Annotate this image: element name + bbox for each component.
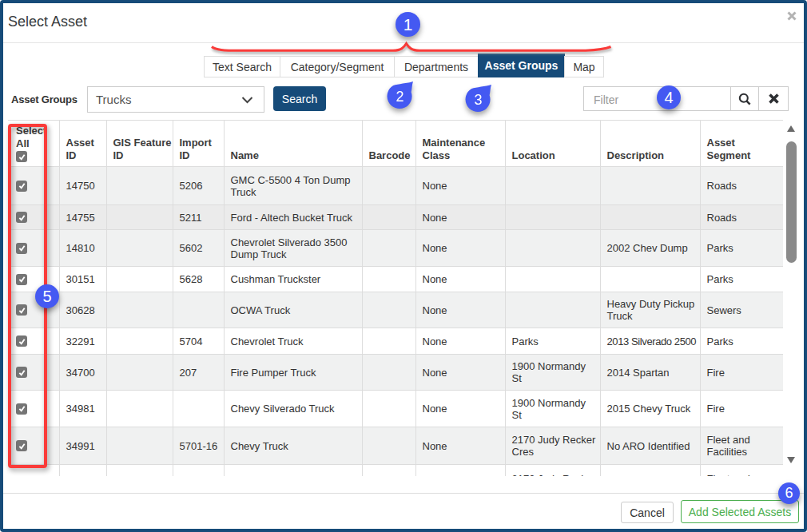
svg-text:2: 2 — [396, 89, 404, 105]
svg-text:3: 3 — [474, 92, 482, 108]
